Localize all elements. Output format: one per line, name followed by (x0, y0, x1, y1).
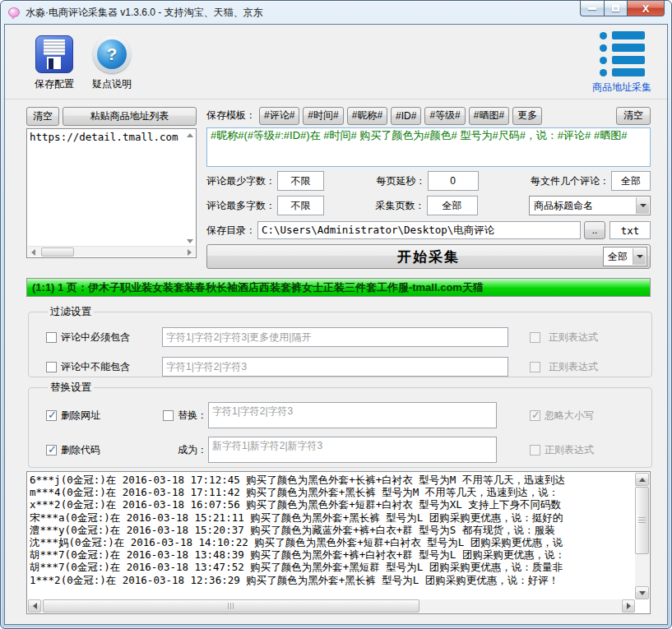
log-line: 胡***7(0金冠:)在 2016-03-18 13:48:39 购买了颜色为黑… (30, 548, 634, 561)
question-mark-icon: ? (93, 35, 131, 73)
scroll-right-button[interactable] (622, 599, 635, 613)
url-button-row: 清空 粘贴商品地址列表 (26, 107, 197, 126)
file-naming-dropdown[interactable]: 商品标题命名 (529, 196, 651, 215)
regex-checkbox-3[interactable] (530, 445, 540, 456)
url-list-textarea[interactable]: https://detail.tmall.com (26, 128, 197, 258)
url-horizontal-scrollbar[interactable] (28, 246, 195, 257)
scrollbar-thumb[interactable] (41, 247, 74, 257)
must-exclude-input[interactable]: 字符1|字符2|字符3 (162, 357, 508, 377)
help-button[interactable]: ? 疑点说明 (82, 35, 141, 91)
template-row: 保存模板： #评论##时间##昵称##ID##等级##晒图#更多 清空 (206, 106, 651, 125)
status-bar: (1:1) 1 页：伊木子职业装女装套装春秋长袖酒店西装套裤女士正装三件套工作服… (26, 278, 651, 297)
regex-label-2: 正则表达式 (549, 360, 598, 374)
close-button[interactable]: X (628, 1, 665, 16)
regex-checkbox-2[interactable] (530, 362, 540, 372)
per-file-input[interactable]: 全部 (611, 171, 651, 191)
save-config-button[interactable]: 保存配置 (25, 35, 84, 91)
template-tag-button[interactable]: #等级# (424, 107, 465, 125)
chevron-down-icon[interactable] (636, 197, 649, 214)
start-row: 开始采集 全部 (206, 244, 651, 269)
url-text: https://detail.tmall.com (30, 131, 184, 143)
app-balloon-icon (8, 7, 20, 17)
pages-input[interactable]: 全部 (427, 196, 478, 215)
template-tag-button[interactable]: 更多 (512, 107, 542, 125)
template-tag-button[interactable]: #昵称# (347, 107, 387, 125)
template-tag-button[interactable]: #评论# (259, 107, 299, 125)
save-template-label: 保存模板： (206, 109, 256, 123)
maximize-button[interactable] (605, 1, 628, 16)
must-include-checkbox[interactable] (46, 332, 57, 343)
replace-group-title: 替换设置 (48, 381, 94, 395)
scroll-up-icon[interactable] (187, 133, 193, 137)
must-exclude-checkbox[interactable] (46, 362, 57, 372)
scroll-right-icon (627, 603, 631, 609)
regex-checkbox-1[interactable] (530, 332, 540, 343)
maximize-icon (612, 5, 619, 12)
collect-address-link[interactable]: 商品地址采集 (592, 81, 651, 95)
replace-row-2: 删除代码 成为： 新字符1|新字符2|新字符3 正则表达式 (46, 436, 644, 464)
right-panel: 保存模板： #评论##时间##昵称##ID##等级##晒图#更多 清空 #昵称#… (206, 106, 651, 269)
file-ext-input[interactable]: txt (609, 221, 651, 239)
log-line: 沈***妈(0金冠:)在 2016-03-18 14:10:22 购买了颜色为黑… (30, 536, 634, 548)
ignore-case-label: 忽略大小写 (545, 409, 594, 423)
log-output: 6***j(0金冠:)在 2016-03-18 17:12:45 购买了颜色为黑… (30, 474, 634, 599)
replace-settings-group: 替换设置 删除网址 替换： 字符1|字符2|字符3 忽略大小写 删除代码 成为： (28, 381, 652, 468)
filter-group-title: 过滤设置 (48, 305, 94, 319)
scroll-left-icon[interactable] (31, 249, 35, 256)
must-include-row: 评论中必须包含 字符1|字符2|字符3|更多使用|隔开 正则表达式 (46, 327, 644, 347)
scroll-right-icon[interactable] (188, 249, 192, 256)
horizontal-scrollbar-thumb[interactable] (43, 599, 419, 613)
ignore-case-option: 忽略大小写 (530, 409, 594, 423)
per-file-label: 每文件几个评论： (531, 174, 609, 188)
max-words-input[interactable]: 不限 (277, 196, 324, 215)
scroll-up-button[interactable] (635, 473, 649, 486)
log-vertical-scrollbar[interactable] (635, 473, 649, 599)
log-line: x***2(0金冠:)在 2016-03-18 16:07:56 购买了颜色为黑… (30, 498, 634, 511)
blue-list-icon (600, 31, 645, 76)
minimize-button[interactable] (580, 1, 605, 16)
ignore-case-checkbox[interactable] (530, 410, 540, 421)
delay-input[interactable]: 0 (428, 171, 479, 191)
settings-row-1: 评论最少字数： 不限 每页延秒： 0 每文件几个评论： 全部 (206, 170, 651, 192)
min-words-input[interactable]: 不限 (277, 171, 324, 191)
template-clear-button[interactable]: 清空 (616, 107, 651, 125)
scope-dropdown[interactable]: 全部 (603, 247, 647, 266)
paste-url-list-button[interactable]: 粘贴商品地址列表 (63, 107, 197, 126)
must-include-input[interactable]: 字符1|字符2|字符3|更多使用|隔开 (162, 327, 508, 347)
template-textarea[interactable]: #昵称#(#等级#:#ID#)在 #时间# 购买了颜色为#颜色# 型号为#尺码#… (206, 127, 651, 167)
start-collect-button[interactable]: 开始采集 (206, 244, 651, 269)
save-dir-input[interactable]: C:\Users\Administrator\Desktop\电商评论 (257, 221, 581, 239)
must-include-label: 评论中必须包含 (61, 331, 130, 345)
window-frame: 水淼·电商评论采集器 v1.3.6.0 - 支持淘宝、天猫、京东 X 保存配置 … (0, 0, 672, 629)
replace-checkbox[interactable] (163, 410, 174, 421)
url-vertical-scrollbar[interactable] (185, 130, 195, 246)
template-tag-button[interactable]: #时间# (303, 107, 343, 125)
url-clear-button[interactable]: 清空 (26, 107, 59, 126)
browse-button[interactable]: .. (584, 221, 605, 239)
titlebar[interactable]: 水淼·电商评论采集器 v1.3.6.0 - 支持淘宝、天猫、京东 (1, 1, 671, 24)
scroll-left-button[interactable] (28, 599, 41, 613)
floppy-disk-icon (35, 35, 73, 73)
must-exclude-label: 评论中不能包含 (61, 360, 130, 374)
scroll-down-button[interactable] (635, 586, 649, 599)
scroll-up-icon (639, 478, 646, 482)
scope-value: 全部 (608, 250, 628, 264)
collect-address-button[interactable]: 商品地址采集 (591, 31, 653, 95)
log-line: 宋***a(0金冠:)在 2016-03-18 15:21:11 购买了颜色为黑… (30, 511, 634, 524)
become-input[interactable]: 新字符1|新字符2|新字符3 (208, 437, 497, 463)
remove-url-checkbox[interactable] (46, 410, 57, 421)
scroll-down-icon[interactable] (187, 239, 193, 243)
log-line: 澧***y(0金冠:)在 2016-03-18 15:20:37 购买了颜色为藏… (30, 524, 634, 536)
remove-code-checkbox[interactable] (46, 445, 57, 456)
template-tag-button[interactable]: #ID# (391, 107, 421, 125)
minimize-icon (588, 7, 596, 10)
chevron-down-icon[interactable] (633, 248, 646, 265)
log-horizontal-scrollbar[interactable] (28, 599, 635, 613)
template-tag-button[interactable]: #晒图# (469, 107, 509, 125)
replace-input[interactable]: 字符1|字符2|字符3 (208, 402, 497, 428)
max-words-label: 评论最多字数： (206, 199, 276, 213)
log-box[interactable]: 6***j(0金冠:)在 2016-03-18 17:12:45 购买了颜色为黑… (26, 471, 651, 614)
delay-label: 每页延秒： (377, 174, 426, 188)
file-naming-value: 商品标题命名 (534, 199, 593, 213)
vertical-scrollbar-thumb[interactable] (635, 487, 649, 554)
